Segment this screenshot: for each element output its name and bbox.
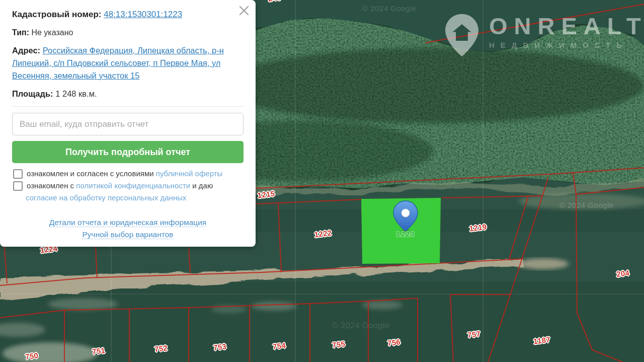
google-credit: © 2024 Google — [559, 201, 614, 209]
offer-consent-row: ознакомлен и согласен с условиями публич… — [12, 168, 244, 180]
personal-data-row: согласие на обработку персональных данны… — [26, 192, 244, 204]
address-label: Адрес: — [12, 46, 40, 55]
manual-select-link[interactable]: Ручной выбор вариантов — [82, 230, 173, 239]
type-value: Не указано — [31, 28, 73, 37]
report-details-link[interactable]: Детали отчета и юридическая информация — [49, 218, 206, 227]
type-row: Тип: Не указано — [12, 27, 244, 39]
type-label: Тип: — [12, 28, 29, 37]
privacy-text-before: ознакомлен с — [27, 181, 74, 190]
address-row: Адрес: Российская Федерация, Липецкая об… — [12, 44, 244, 82]
address-link[interactable]: Российская Федерация, Липецкая область, … — [12, 46, 224, 80]
cadastral-number-row: Кадастровый номер: 48:13:1530301:1223 — [12, 8, 244, 21]
cadastral-number-link[interactable]: 48:13:1530301:1223 — [104, 10, 182, 19]
google-credit: © 2024 Google — [332, 321, 389, 330]
google-credit: © 2024 Google — [362, 4, 417, 13]
cadastral-map-screen: 2481215122212191224204750751752753754755… — [0, 0, 644, 362]
area-value: 1 248 кв.м. — [55, 89, 97, 98]
privacy-checkbox[interactable] — [13, 181, 23, 191]
panel-footer-links: Детали отчета и юридическая информация Р… — [12, 216, 244, 241]
privacy-consent-row: ознакомлен с политикой конфиденциальност… — [12, 180, 244, 192]
close-icon[interactable] — [238, 5, 250, 16]
privacy-text-after: и даю — [192, 181, 213, 190]
personal-data-link[interactable]: согласие на обработку персональных данны… — [26, 193, 187, 202]
area-row: Площадь: 1 248 кв.м. — [12, 88, 244, 100]
selected-parcel-label: 1223 — [396, 230, 415, 238]
map-pin[interactable] — [396, 199, 416, 233]
offer-text: ознакомлен и согласен с условиями — [27, 169, 154, 178]
cadastral-number-label: Кадастровый номер: — [12, 10, 101, 19]
offer-link[interactable]: публичной оферты — [156, 169, 223, 178]
divider — [12, 106, 244, 107]
privacy-policy-link[interactable]: политикой конфиденциальности — [76, 181, 190, 190]
email-input[interactable] — [12, 113, 244, 135]
get-report-button[interactable]: Получить подробный отчет — [12, 141, 244, 163]
offer-checkbox[interactable] — [13, 169, 23, 179]
parcel-info-panel: Кадастровый номер: 48:13:1530301:1223 Ти… — [0, 0, 256, 247]
area-label: Площадь: — [12, 89, 53, 98]
